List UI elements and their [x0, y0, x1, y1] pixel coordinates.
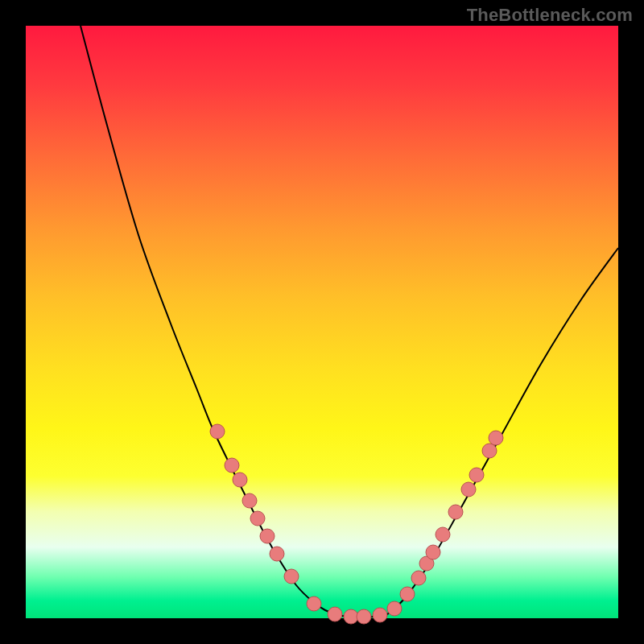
marker-dot [400, 587, 415, 601]
watermark-text: TheBottleneck.com [467, 5, 633, 26]
curve-layer [26, 26, 618, 618]
marker-dot [233, 473, 247, 487]
marker-dot [489, 431, 503, 445]
marker-dot [373, 608, 387, 622]
marker-dot [469, 468, 484, 482]
marker-dots-group [210, 424, 503, 624]
marker-dot [411, 571, 426, 585]
plot-area [26, 26, 618, 618]
marker-dot [448, 505, 463, 519]
marker-dot [260, 529, 275, 543]
marker-dot [461, 482, 476, 497]
left-curve [80, 26, 338, 615]
marker-dot [270, 547, 284, 561]
marker-dot [328, 607, 342, 621]
marker-dot [284, 569, 299, 584]
chart-frame: TheBottleneck.com [0, 0, 644, 644]
marker-dot [357, 609, 371, 624]
marker-dot [344, 609, 358, 624]
marker-dot [242, 493, 257, 508]
marker-dot [482, 444, 497, 458]
marker-dot [436, 527, 450, 542]
marker-dot [387, 601, 402, 616]
marker-dot [210, 424, 225, 439]
marker-dot [426, 545, 440, 559]
marker-dot [307, 597, 321, 611]
marker-dot [225, 458, 239, 473]
marker-dot [250, 511, 265, 526]
